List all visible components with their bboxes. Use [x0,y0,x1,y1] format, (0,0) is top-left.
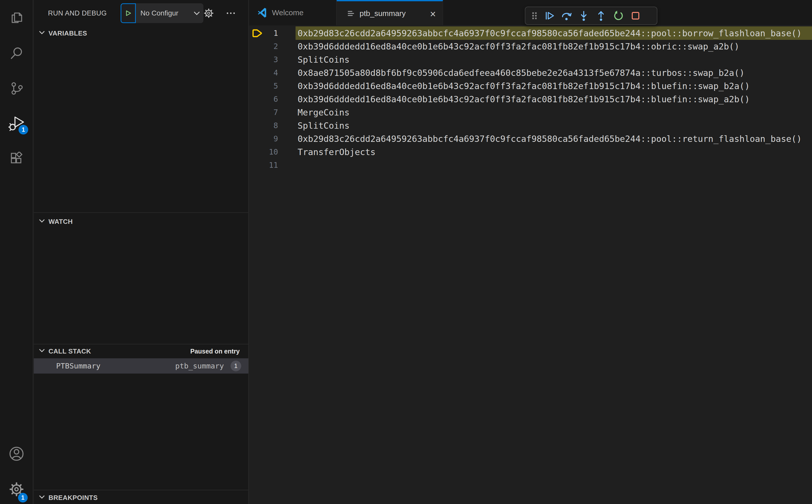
line-text: 0xb39d6dddedd16ed8a40ce0b1e6b43c92acf0ff… [297,79,750,93]
tab-welcome[interactable]: Welcome [249,0,337,25]
sidebar-title: RUN AND DEBUG [48,0,107,26]
code-line-4[interactable]: 40x8ae871505a80d8bf6bf9c05906cda6edfeea4… [249,66,812,79]
line-number[interactable]: 8 [249,119,278,132]
line-text: 0xb29d83c26cdd2a64959263abbcfc4a6937f0c9… [297,27,802,40]
watch-section-label: WATCH [48,215,73,228]
list-file-icon [347,9,355,18]
line-number[interactable]: 5 [249,79,278,93]
source-control-button[interactable] [0,75,33,101]
continue-button[interactable] [541,8,558,23]
settings-badge: 1 [18,493,28,502]
tab-ptb-summary[interactable]: ptb_summary × [337,0,443,25]
start-debugging-icon [125,10,132,17]
call-stack-section-label: CALL STACK [48,344,91,358]
call-stack-section-header[interactable]: CALL STACK Paused on entry [34,344,248,358]
vscode-window: 1 [0,0,812,504]
code-line-7[interactable]: 7MergeCoins [249,106,812,119]
paused-status-text: Paused on entry [190,344,240,358]
chevron-down-icon [39,219,45,224]
more-actions-button[interactable] [224,6,238,20]
code-line-10[interactable]: 10TransferObjects [249,145,812,159]
section-divider [34,212,248,213]
step-into-icon [578,10,589,21]
section-divider [34,490,248,490]
search-button[interactable] [0,40,33,66]
variables-section-label: VARIABLES [48,26,87,40]
line-number[interactable]: 2 [249,40,278,53]
debug-config-label: No Configur [136,3,190,23]
extensions-icon [9,152,24,166]
line-text: MergeCoins [297,106,349,119]
step-over-icon [561,10,572,21]
line-text: TransferObjects [297,145,375,159]
code-line-2[interactable]: 20xb39d6dddedd16ed8a40ce0b1e6b43c92acf0f… [249,40,812,53]
step-out-button[interactable] [592,8,610,23]
line-text: SplitCoins [297,53,349,66]
stop-button[interactable] [627,8,644,23]
more-actions-icon [225,8,236,19]
stack-frame-name: PTBSummary [56,358,101,374]
line-text: 0xb39d6dddedd16ed8a40ce0b1e6b43c92acf0ff… [297,40,739,53]
stop-icon [630,10,641,21]
extensions-button[interactable] [0,146,33,172]
step-into-button[interactable] [575,8,592,23]
line-text: 0x8ae871505a80d8bf6bf9c05906cda6edfeea46… [297,66,744,79]
run-and-debug-sidebar: RUN AND DEBUG No Configur [34,0,249,504]
line-number[interactable]: 9 [249,132,278,145]
start-debugging-button[interactable] [121,3,136,23]
debug-session-badge: 1 [19,125,28,135]
breakpoints-section-header[interactable]: BREAKPOINTS [34,491,248,504]
account-button[interactable] [0,441,33,467]
manage-settings-button[interactable]: 1 [0,476,33,502]
editor-group: Welcome ptb_summary × [249,0,812,504]
close-tab-button[interactable]: × [427,8,439,20]
chevron-down-icon [39,495,45,500]
line-text: 0xb39d6dddedd16ed8a40ce0b1e6b43c92acf0ff… [297,93,750,106]
debug-config-dropdown[interactable]: No Configur [121,3,203,23]
code-line-1[interactable]: 10xb29d83c26cdd2a64959263abbcfc4a6937f0c… [249,27,812,40]
chevron-down-icon [39,348,45,354]
code-line-11[interactable]: 11 [249,159,812,172]
debug-settings-button[interactable] [202,6,216,20]
code-line-8[interactable]: 8SplitCoins [249,119,812,132]
stack-frame-file: ptb_summary [175,358,224,374]
files-icon [9,11,24,25]
watch-section-header[interactable]: WATCH [34,215,248,228]
tab-label: Welcome [272,8,303,17]
variables-section-header[interactable]: VARIABLES [34,26,248,40]
line-number[interactable]: 7 [249,106,278,119]
toolbar-gripper-icon[interactable] [529,8,541,23]
search-icon [9,46,24,60]
source-control-icon [9,81,24,95]
code-line-6[interactable]: 60xb39d6dddedd16ed8a40ce0b1e6b43c92acf0f… [249,93,812,106]
code-line-9[interactable]: 90xb29d83c26cdd2a64959263abbcfc4a6937f0c… [249,132,812,145]
chevron-down-icon [39,30,45,36]
line-number[interactable]: 10 [249,145,278,159]
code-line-5[interactable]: 50xb39d6dddedd16ed8a40ce0b1e6b43c92acf0f… [249,79,812,93]
account-icon [9,446,24,462]
code-editor[interactable]: 10xb29d83c26cdd2a64959263abbcfc4a6937f0c… [249,26,812,504]
breakpoints-section-label: BREAKPOINTS [48,491,98,504]
line-number[interactable]: 11 [249,159,278,172]
stack-frame-badge: 1 [230,361,241,371]
code-line-3[interactable]: 3SplitCoins [249,53,812,66]
line-number[interactable]: 4 [249,66,278,79]
restart-icon [613,10,624,21]
sidebar-header: RUN AND DEBUG No Configur [34,0,248,26]
line-number[interactable]: 6 [249,93,278,106]
line-text: SplitCoins [297,119,349,132]
tab-label: ptb_summary [359,9,406,18]
line-number[interactable]: 3 [249,53,278,66]
activity-bar: 1 [0,0,33,504]
run-and-debug-button[interactable]: 1 [0,110,33,136]
vscode-logo-icon [258,8,267,18]
restart-button[interactable] [610,8,627,23]
step-over-button[interactable] [558,8,575,23]
call-stack-frame-row[interactable]: PTBSummary ptb_summary 1 [34,358,248,374]
debug-toolbar [525,7,657,25]
line-text: 0xb29d83c26cdd2a64959263abbcfc4a6937f0c9… [297,132,802,145]
continue-icon [544,10,555,21]
explorer-button[interactable] [0,5,33,31]
step-out-icon [596,10,607,21]
line-number[interactable]: 1 [249,27,278,40]
